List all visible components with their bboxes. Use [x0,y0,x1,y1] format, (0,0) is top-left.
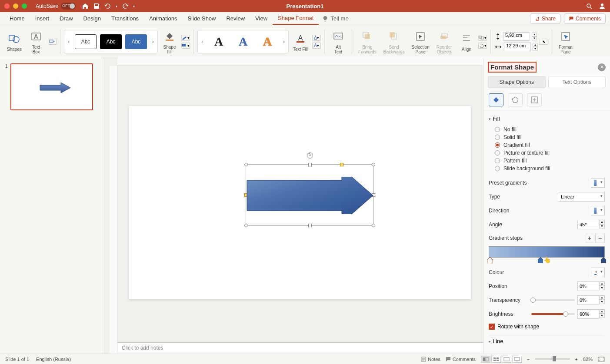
zoom-out-button[interactable]: − [527,357,530,362]
undo-dropdown[interactable]: ▾ [116,4,117,8]
gradient-type-dropdown[interactable]: Linear [558,192,605,202]
position-spinner[interactable]: ▲▼ [599,281,605,291]
line-section-header[interactable]: ▸Line [489,335,605,347]
width-spinner[interactable]: ▲▼ [533,43,538,51]
brightness-input[interactable]: 60% [577,309,599,319]
fill-line-tab-icon[interactable] [489,93,503,106]
maximize-window-button[interactable] [22,3,27,9]
fill-section-header[interactable]: ▾Fill [489,113,605,125]
text-effects-button[interactable]: A▾ [312,43,321,49]
effects-tab-icon[interactable] [508,93,523,106]
fit-to-window-button[interactable] [598,357,605,362]
zoom-slider[interactable] [535,358,570,360]
qat-more[interactable]: ▾ [133,4,135,8]
gallery-prev[interactable]: ‹ [64,30,73,53]
height-spinner[interactable]: ▲▼ [532,33,537,40]
search-icon[interactable] [586,3,593,10]
tab-view[interactable]: View [250,13,273,24]
format-pane-button[interactable]: Format Pane [556,27,576,56]
picture-fill-radio[interactable]: Picture or texture fill [495,149,605,157]
rotate-with-shape-checkbox[interactable]: ✓ Rotate with shape [489,321,605,332]
normal-view-button[interactable] [481,356,490,363]
tell-me[interactable]: Tell me [322,15,348,22]
account-icon[interactable] [599,3,606,10]
reorder-objects-button[interactable]: Reorder Objects [434,27,455,56]
brightness-slider[interactable] [531,313,575,315]
shapes-button[interactable]: Shapes [4,27,24,56]
share-button[interactable]: Share [530,13,560,24]
transparency-spinner[interactable]: ▲▼ [599,295,605,305]
size-launcher[interactable]: ⬊ [540,39,548,45]
text-outline-button[interactable]: A▾ [312,35,321,41]
tab-draw[interactable]: Draw [54,13,78,24]
rotate-button[interactable]: ▾ [478,43,487,49]
angle-input[interactable]: 45° [577,220,599,229]
close-pane-button[interactable]: ✕ [598,63,606,71]
slide-canvas[interactable] [129,106,471,299]
rotation-handle[interactable] [307,152,313,159]
angle-spinner[interactable]: ▲▼ [599,220,605,229]
slide-indicator[interactable]: Slide 1 of 1 [5,357,29,362]
solid-fill-radio[interactable]: Solid fill [495,133,605,141]
tab-insert[interactable]: Insert [30,13,55,24]
resize-handle-se[interactable] [372,224,375,227]
no-fill-radio[interactable]: No fill [495,126,605,133]
tab-home[interactable]: Home [4,13,30,24]
tab-design[interactable]: Design [78,13,106,24]
text-fill-button[interactable]: A Text Fill [290,27,310,56]
reading-view-button[interactable] [502,356,511,363]
wordart-style-2[interactable]: A [233,33,253,51]
brightness-spinner[interactable]: ▲▼ [599,309,605,319]
gradient-fill-radio[interactable]: Gradient fill [495,141,605,149]
gradient-stop-2[interactable] [538,257,543,263]
close-window-button[interactable] [4,3,10,9]
shape-style-2[interactable]: Abc [100,34,122,49]
resize-handle-s[interactable] [308,224,312,227]
resize-handle-sw[interactable] [244,224,248,227]
resize-handle-ne[interactable] [372,163,375,166]
slideshow-view-button[interactable] [512,356,522,363]
slide-thumbnail-1[interactable] [10,63,93,110]
text-box-button[interactable]: A Text Box [26,27,46,56]
tab-transitions[interactable]: Transitions [106,13,144,24]
language-indicator[interactable]: English (Russia) [36,357,71,362]
wa-next[interactable]: › [280,30,288,53]
wordart-style-1[interactable]: A [209,33,228,51]
pattern-fill-radio[interactable]: Pattern fill [495,157,605,165]
size-tab-icon[interactable] [527,93,542,106]
shape-style-3[interactable]: Abc [125,34,147,49]
gradient-stop-3[interactable] [601,257,606,263]
bring-forwards-button[interactable]: Bring Forwards [356,27,379,56]
tab-slideshow[interactable]: Slide Show [182,13,221,24]
slide-bg-fill-radio[interactable]: Slide background fill [495,165,605,172]
gradient-stop-1[interactable] [487,257,493,263]
shape-outline-button[interactable]: ▾ [181,35,190,41]
redo-icon[interactable] [122,3,129,10]
adjust-handle-top[interactable] [340,163,343,166]
gradient-direction-dropdown[interactable] [591,206,605,215]
transparency-input[interactable]: 0% [577,295,599,305]
save-icon[interactable] [93,3,100,10]
edit-shape-button[interactable] [48,39,57,45]
transparency-slider[interactable] [531,299,575,301]
gradient-stops-bar[interactable]: 👆 [489,246,605,258]
remove-stop-button[interactable]: − [595,234,605,242]
home-icon[interactable] [82,3,89,10]
width-input[interactable]: 12,29 cm [504,43,531,51]
shape-style-1[interactable]: Abc [75,34,97,49]
alt-text-button[interactable]: Alt Text [328,27,348,56]
zoom-in-button[interactable]: + [575,357,578,362]
shape-fill-button[interactable]: Shape Fill [160,27,180,56]
sorter-view-button[interactable] [491,356,501,363]
resize-handle-nw[interactable] [244,163,248,166]
tab-animations[interactable]: Animations [144,13,182,24]
shape-options-tab[interactable]: Shape Options [488,76,546,88]
resize-handle-n[interactable] [308,163,312,166]
stop-colour-dropdown[interactable] [591,268,605,277]
send-backwards-button[interactable]: Send Backwards [381,27,407,56]
selection-pane-button[interactable]: Selection Pane [409,27,432,56]
zoom-level[interactable]: 82% [583,357,593,362]
wordart-style-3[interactable]: A [258,33,277,51]
autosave-switch[interactable]: OFF [61,3,76,10]
shape-effects-button[interactable]: ▾ [181,43,190,49]
